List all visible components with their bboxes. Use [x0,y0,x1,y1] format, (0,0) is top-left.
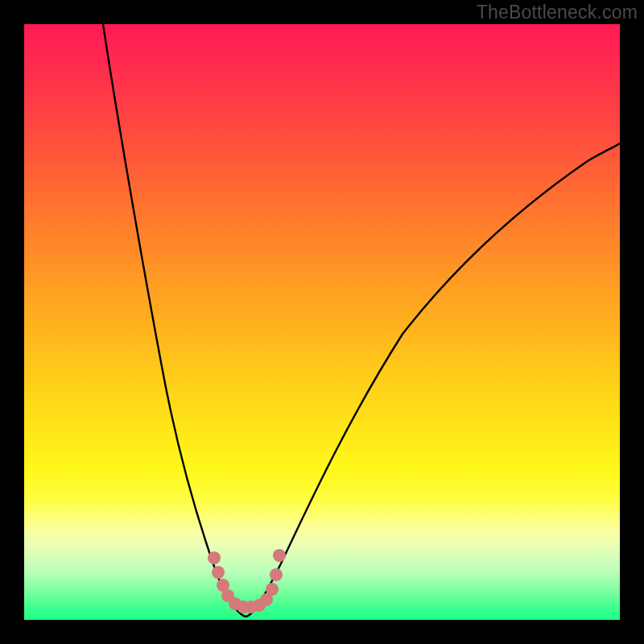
svg-point-1 [212,566,225,579]
svg-point-3 [221,589,234,602]
svg-point-0 [208,551,221,564]
chart-svg [24,24,620,620]
bottom-marker-cluster [208,549,286,613]
bottleneck-curve-left [103,24,246,617]
svg-point-5 [237,601,250,613]
svg-point-10 [270,568,283,581]
svg-point-11 [273,549,286,562]
plot-area [24,24,620,620]
svg-point-9 [266,583,279,596]
svg-point-8 [260,593,273,606]
chart-frame: TheBottleneck.com [0,0,644,644]
watermark-label: TheBottleneck.com [477,2,638,23]
svg-point-2 [217,579,229,592]
svg-point-6 [245,601,258,613]
svg-point-4 [229,597,242,610]
bottleneck-curve-right [246,143,620,617]
svg-point-7 [253,599,266,612]
